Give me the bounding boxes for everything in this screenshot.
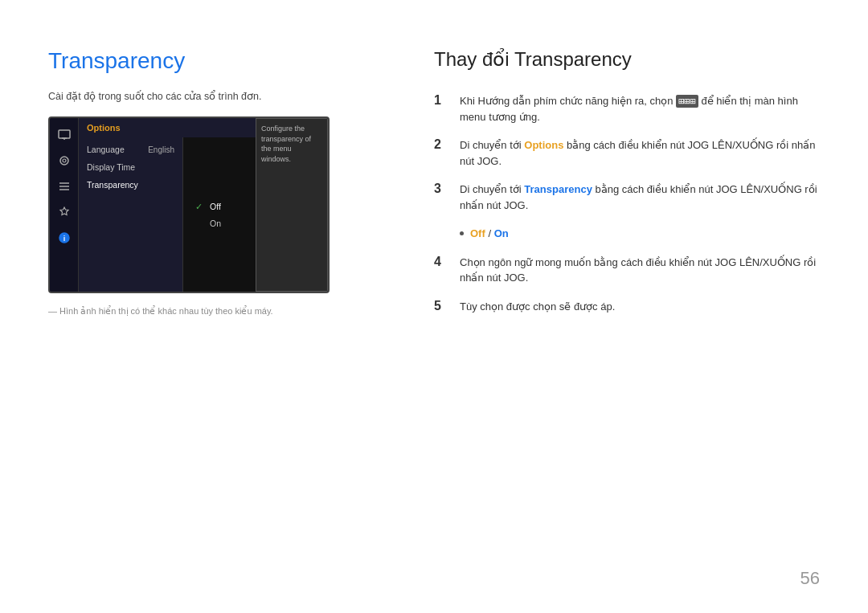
page-title: Transparency <box>48 48 386 74</box>
left-column: Transparency Cài đặt độ trong suốt cho c… <box>48 48 386 581</box>
svg-text:i: i <box>63 235 65 243</box>
subtitle-text: Cài đặt độ trong suốt cho các cửa sổ trì… <box>48 90 386 102</box>
menu-row-transparency: Transparency <box>79 176 182 194</box>
step-4: 4 Chọn ngôn ngữ mong muốn bằng cách điều… <box>434 255 820 286</box>
step-1-number: 1 <box>434 93 448 108</box>
step-4-number: 4 <box>434 255 448 269</box>
menu-row-language: Language English <box>79 141 182 158</box>
step-2: 2 Di chuyển tới Options bằng cách điều k… <box>434 137 820 169</box>
check-icon: ✓ <box>195 202 205 212</box>
page-number: 56 <box>800 568 820 589</box>
step-1-text: Khi Hướng dẫn phím chức năng hiện ra, ch… <box>460 93 820 125</box>
menu-left: Language English Display Time Transparen… <box>79 137 183 292</box>
step-4-text: Chọn ngôn ngữ mong muốn bằng cách điều k… <box>460 255 820 286</box>
monitor-icon-1 <box>54 125 75 145</box>
image-note: ― Hình ảnh hiển thị có thể khác nhau tùy… <box>48 306 386 317</box>
on-highlight: On <box>494 227 509 239</box>
menu-row-value-language: English <box>148 145 174 154</box>
steps-list: 1 Khi Hướng dẫn phím chức năng hiện ra, … <box>434 93 820 314</box>
svg-rect-0 <box>59 130 70 138</box>
bullet-text: Off / On <box>470 226 509 242</box>
menu-row-displaytime: Display Time <box>79 158 182 176</box>
transparency-highlight: Transparency <box>524 183 592 195</box>
monitor-sidebar: i <box>50 118 79 292</box>
step-2-text: Di chuyển tới Options bằng cách điều khi… <box>460 137 820 169</box>
monitor-mockup: i Options Language English <box>48 116 330 293</box>
monitor-icon-2 <box>54 150 75 171</box>
options-label: Options <box>87 123 121 133</box>
section-title: Thay đổi Transparency <box>434 48 820 71</box>
step-1: 1 Khi Hướng dẫn phím chức năng hiện ra, … <box>434 93 820 125</box>
monitor-icon-5: i <box>54 227 75 248</box>
step-5-text: Tùy chọn được chọn sẽ được áp. <box>460 299 615 315</box>
menu-row-label-transparency: Transparency <box>87 180 138 190</box>
step-5: 5 Tùy chọn được chọn sẽ được áp. <box>434 299 820 315</box>
options-highlight: Options <box>524 139 563 151</box>
monitor-icon-4 <box>54 202 75 223</box>
menu-row-label-displaytime: Display Time <box>87 162 135 172</box>
tooltip-text: Configure the transparency of the menu w… <box>261 124 322 164</box>
step-3: 3 Di chuyển tới Transparency bằng cách đ… <box>434 182 820 213</box>
step-3-number: 3 <box>434 182 448 196</box>
svg-point-3 <box>60 157 68 165</box>
menu-row-label-language: Language <box>87 145 125 154</box>
submenu-off-label: Off <box>210 202 221 211</box>
tooltip-box: Configure the transparency of the menu w… <box>256 118 328 292</box>
step-3-text: Di chuyển tới Transparency bằng cách điề… <box>460 182 820 213</box>
off-highlight: Off <box>470 227 485 239</box>
bullet-dot <box>460 231 464 235</box>
step-2-number: 2 <box>434 137 448 152</box>
submenu-on-label: On <box>210 219 221 228</box>
right-column: Thay đổi Transparency 1 Khi Hướng dẫn ph… <box>434 48 820 581</box>
monitor-icon-3 <box>54 176 75 197</box>
svg-point-4 <box>63 159 66 162</box>
step-5-number: 5 <box>434 299 448 313</box>
monitor-main: Options Language English Display Time <box>79 118 328 292</box>
bullet-off-on: Off / On <box>434 226 820 242</box>
